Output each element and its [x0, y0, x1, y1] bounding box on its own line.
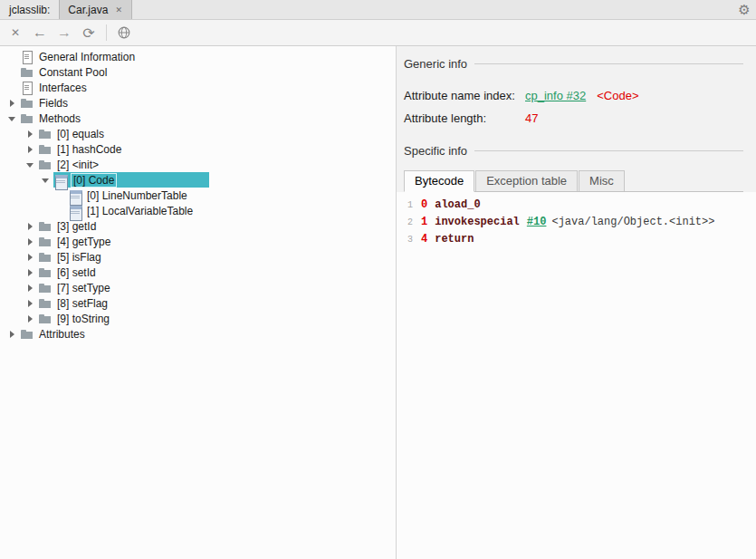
tree-item-label: [8] setFlag — [54, 297, 110, 310]
tree-item-label: [1] hashCode — [54, 143, 124, 156]
tree-item-init[interactable]: [2] <init> — [0, 157, 396, 172]
tree-item-setflag[interactable]: [8] setFlag — [0, 295, 396, 311]
tree-item-label: Constant Pool — [36, 66, 110, 79]
attribute-type-value: <Code> — [597, 89, 638, 102]
line-number: 2 — [402, 215, 413, 231]
tree-item-label: Methods — [36, 112, 83, 125]
tree-item-equals[interactable]: [0] equals — [0, 126, 396, 141]
line-number: 3 — [402, 232, 413, 248]
bytecode-offset: 0 — [421, 197, 427, 213]
close-button[interactable] — [5, 23, 26, 43]
folder-icon — [38, 296, 53, 311]
tree-item-gettype[interactable]: [4] getType — [0, 234, 396, 249]
chevron-down-icon[interactable] — [24, 158, 38, 172]
tree-item-label: [0] Code — [71, 173, 117, 188]
specific-info-tabs: Bytecode Exception table Misc — [404, 170, 743, 192]
tree-item-tostring[interactable]: [9] toString — [0, 311, 396, 326]
tree-item-constant-pool[interactable]: Constant Pool — [0, 64, 396, 80]
bytecode-mnemonic: aload_0 — [435, 197, 480, 213]
tree-item-label: [5] isFlag — [54, 251, 104, 264]
attribute-name-index-row: Attribute name index: cp_info #32 <Code> — [404, 89, 743, 102]
tree-item-label: [1] LocalVariableTable — [84, 205, 196, 217]
attribute-icon — [68, 204, 82, 218]
bytecode-line: 2 1 invokespecial #10 <java/lang/Object.… — [402, 214, 756, 231]
folder-icon — [38, 158, 53, 172]
tree-item-hashcode[interactable]: [1] hashCode — [0, 141, 396, 157]
tree-item-attributes[interactable]: Attributes — [0, 326, 396, 342]
selection-highlight: [0] Code — [53, 172, 209, 188]
web-docs-button[interactable] — [113, 23, 135, 43]
folder-icon — [38, 281, 53, 295]
tree-item-label: [4] getType — [54, 236, 113, 248]
specific-info-title: Specific info — [404, 144, 467, 158]
tree-item-label: Fields — [36, 97, 71, 110]
folder-icon — [38, 250, 53, 265]
header-rule — [474, 150, 743, 151]
chevron-down-icon[interactable] — [39, 173, 53, 188]
tab-close-icon[interactable] — [114, 5, 123, 15]
bytecode-offset: 1 — [421, 214, 427, 230]
attribute-length-value: 47 — [525, 111, 538, 125]
bytecode-mnemonic: invokespecial — [435, 214, 520, 230]
tab-car-java[interactable]: Car.java — [59, 0, 132, 19]
chevron-right-icon[interactable] — [24, 142, 38, 157]
bytecode-mnemonic: return — [435, 231, 474, 247]
tree-item-methods[interactable]: Methods — [0, 111, 396, 126]
document-icon — [20, 50, 34, 64]
detail-panel: Generic info Attribute name index: cp_in… — [397, 46, 756, 559]
chevron-right-icon[interactable] — [24, 296, 38, 311]
tree-item-label: [9] toString — [54, 313, 112, 325]
refresh-button[interactable] — [78, 23, 100, 43]
settings-gear-icon[interactable] — [732, 0, 756, 19]
tree-item-label: [0] equals — [54, 128, 107, 140]
chevron-right-icon[interactable] — [24, 281, 38, 295]
tree-item-general-information[interactable]: General Information — [0, 49, 396, 64]
tree-item-fields[interactable]: Fields — [0, 95, 396, 111]
chevron-right-icon[interactable] — [24, 265, 38, 280]
tab-exception-table[interactable]: Exception table — [475, 170, 578, 191]
tree-item-code-selected[interactable]: [0] Code — [0, 172, 396, 188]
tree-item-linenumbertable[interactable]: [0] LineNumberTable — [0, 188, 396, 203]
attribute-icon — [53, 173, 68, 188]
back-button[interactable] — [29, 23, 51, 43]
chevron-right-icon[interactable] — [24, 127, 38, 141]
attribute-icon — [68, 188, 82, 203]
bytecode-line: 3 4 return — [402, 231, 756, 248]
bytecode-line: 1 0 aload_0 — [402, 197, 756, 214]
folder-icon — [38, 127, 53, 141]
tab-bytecode[interactable]: Bytecode — [404, 170, 474, 192]
main-split: General Information Constant Pool Interf… — [0, 46, 756, 559]
chevron-right-icon[interactable] — [24, 312, 38, 326]
generic-info-header: Generic info — [404, 57, 743, 71]
chevron-right-icon[interactable] — [24, 235, 38, 249]
chevron-right-icon[interactable] — [24, 250, 38, 265]
tree-item-label: [6] setId — [54, 266, 99, 279]
tree-item-interfaces[interactable]: Interfaces — [0, 80, 396, 95]
folder-icon — [38, 265, 53, 280]
folder-icon — [38, 219, 53, 234]
chevron-right-icon[interactable] — [24, 219, 38, 234]
tree-item-localvariabletable[interactable]: [1] LocalVariableTable — [0, 203, 396, 218]
tree-item-label: Attributes — [36, 328, 88, 341]
chevron-down-icon[interactable] — [5, 111, 20, 126]
folder-icon — [20, 65, 34, 80]
tab-misc[interactable]: Misc — [579, 170, 625, 191]
tree-item-isflag[interactable]: [5] isFlag — [0, 249, 396, 265]
chevron-right-icon[interactable] — [5, 96, 20, 111]
tree-item-settype[interactable]: [7] setType — [0, 280, 396, 295]
constant-pool-ref-link[interactable]: #10 — [527, 214, 547, 230]
toolbar-separator — [106, 24, 107, 41]
folder-icon — [38, 312, 53, 326]
bytecode-view: 1 0 aload_0 2 1 invokespecial #10 <java/… — [397, 192, 756, 559]
chevron-right-icon[interactable] — [5, 327, 20, 342]
forward-button[interactable] — [53, 23, 75, 43]
title-tab-bar: jclasslib: Car.java — [0, 0, 756, 20]
tree-item-setid[interactable]: [6] setId — [0, 265, 396, 280]
folder-icon — [20, 111, 34, 126]
folder-icon — [20, 96, 34, 111]
tree-item-getid[interactable]: [3] getId — [0, 218, 396, 234]
tree-item-label: [3] getId — [54, 220, 99, 233]
folder-icon — [20, 327, 34, 342]
cp-info-link[interactable]: cp_info #32 — [525, 89, 586, 102]
toolbar — [0, 20, 756, 46]
